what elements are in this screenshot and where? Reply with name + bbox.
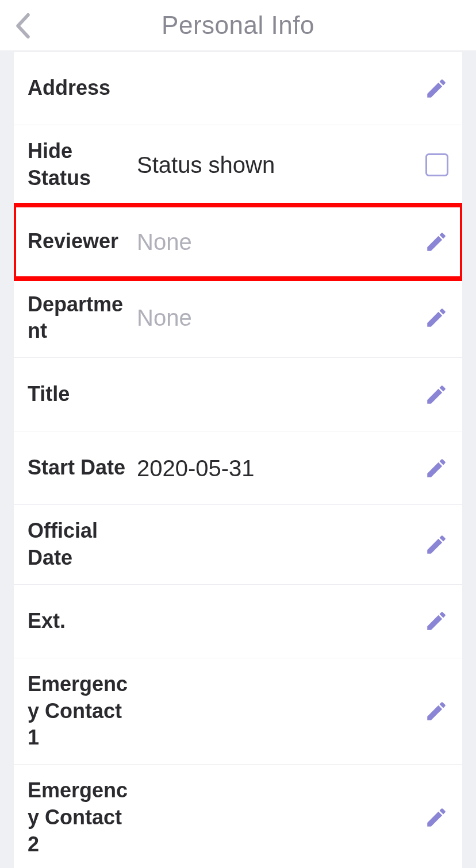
row-address: Address xyxy=(14,52,462,125)
pencil-icon xyxy=(424,805,448,830)
edit-title-button[interactable] xyxy=(424,383,448,407)
label-reviewer: Reviewer xyxy=(28,228,137,255)
pencil-icon xyxy=(424,383,448,407)
checkbox-hide-status[interactable] xyxy=(425,153,448,176)
row-ext: Ext. xyxy=(14,585,462,658)
pencil-icon xyxy=(424,533,448,557)
page-header: Personal Info xyxy=(0,0,476,51)
label-department: Department xyxy=(28,291,137,345)
edit-ec1-button[interactable] xyxy=(424,699,448,723)
label-official-date: Official Date xyxy=(28,518,137,572)
pencil-icon xyxy=(424,699,448,723)
edit-reviewer-button[interactable] xyxy=(424,230,448,254)
info-card: Address Hide Status Status shown Reviewe… xyxy=(14,51,462,868)
row-reviewer: Reviewer None xyxy=(14,205,462,279)
label-address: Address xyxy=(28,75,137,102)
label-title: Title xyxy=(28,381,137,408)
edit-start-date-button[interactable] xyxy=(424,456,448,480)
value-start-date: 2020-05-31 xyxy=(137,453,424,483)
edit-ext-button[interactable] xyxy=(424,609,448,633)
row-ec1: Emergency Contact 1 xyxy=(14,658,462,765)
row-department: Department None xyxy=(14,279,462,358)
edit-official-date-button[interactable] xyxy=(424,533,448,557)
pencil-icon xyxy=(424,609,448,633)
row-title: Title xyxy=(14,358,462,431)
row-start-date: Start Date 2020-05-31 xyxy=(14,431,462,505)
pencil-icon xyxy=(424,76,448,101)
back-button[interactable] xyxy=(0,0,46,51)
edit-department-button[interactable] xyxy=(424,306,448,330)
edit-address-button[interactable] xyxy=(424,76,448,101)
value-reviewer: None xyxy=(137,227,424,257)
value-department: None xyxy=(137,303,424,333)
pencil-icon xyxy=(424,456,448,480)
page-title: Personal Info xyxy=(0,11,476,40)
chevron-left-icon xyxy=(15,13,31,38)
row-hide-status: Hide Status Status shown xyxy=(14,125,462,205)
label-hide-status: Hide Status xyxy=(28,138,137,192)
row-official-date: Official Date xyxy=(14,505,462,585)
label-ec2: Emergency Contact 2 xyxy=(28,777,137,858)
label-ext: Ext. xyxy=(28,608,137,635)
pencil-icon xyxy=(424,230,448,254)
pencil-icon xyxy=(424,306,448,330)
row-ec2: Emergency Contact 2 xyxy=(14,765,462,868)
label-ec1: Emergency Contact 1 xyxy=(28,671,137,751)
label-start-date: Start Date xyxy=(28,454,137,481)
value-hide-status: Status shown xyxy=(137,150,425,180)
edit-ec2-button[interactable] xyxy=(424,805,448,830)
